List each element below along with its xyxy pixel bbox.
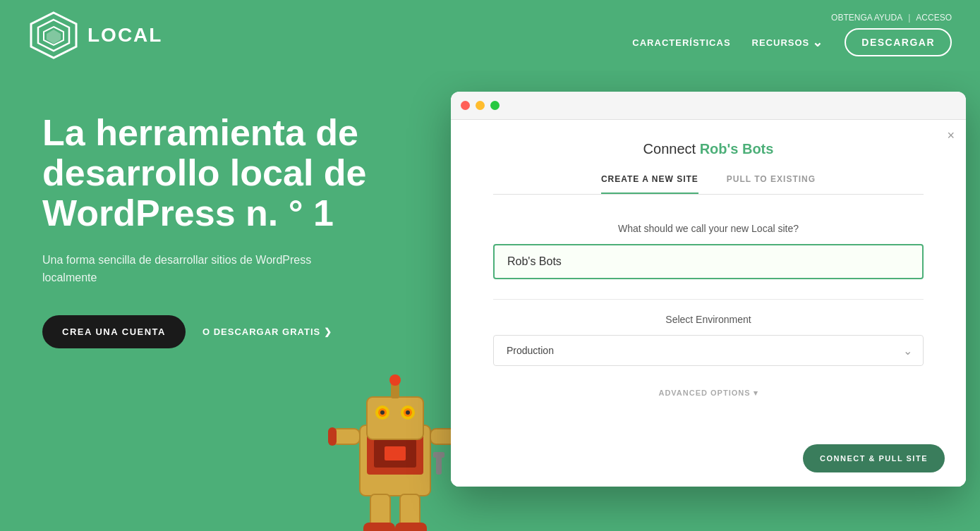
env-select[interactable]: Production Staging Development — [493, 335, 924, 366]
modal-close-button[interactable]: × — [947, 128, 955, 143]
modal-tabs: CREATE A NEW SITE PULL TO EXISTING — [493, 174, 924, 195]
nav-main-links: CARACTERÍSTICAS RECURSOS ⌄ DESCARGAR — [632, 28, 952, 56]
svg-point-16 — [389, 374, 401, 386]
nav-top-links: OBTENGA AYUDA | ACCESO — [831, 13, 952, 23]
site-name-group: What should we call your new Local site? — [493, 223, 924, 279]
env-group: Select Environment Production Staging De… — [493, 314, 924, 366]
navigation: LOCAL OBTENGA AYUDA | ACCESO CARACTERÍST… — [0, 0, 980, 71]
separator: | — [908, 13, 910, 23]
connect-pull-button[interactable]: CONNECT & PULL SITE — [803, 444, 945, 472]
chevron-down-icon: ▾ — [754, 389, 758, 398]
hero-title: La herramienta de desarrollo local de Wo… — [42, 113, 395, 234]
nav-download-button[interactable]: DESCARGAR — [845, 28, 952, 56]
svg-rect-19 — [328, 427, 337, 446]
robot-svg — [325, 362, 466, 531]
modal-title-site: Rob's Bots — [700, 141, 774, 157]
modal-dialog: × Connect Rob's Bots CREATE A NEW SITE P… — [451, 92, 966, 487]
modal-title-prefix: Connect — [643, 141, 700, 157]
tab-create-new-site[interactable]: CREATE A NEW SITE — [601, 174, 698, 194]
form-divider — [493, 299, 924, 300]
svg-rect-23 — [363, 523, 395, 531]
advanced-options: ADVANCED OPTIONS ▾ — [493, 386, 924, 398]
svg-point-14 — [406, 410, 410, 415]
svg-rect-24 — [395, 523, 427, 531]
traffic-light-green[interactable] — [490, 101, 500, 110]
help-link[interactable]: OBTENGA AYUDA — [831, 13, 902, 23]
traffic-light-yellow[interactable] — [476, 101, 485, 110]
logo-text: LOCAL — [87, 24, 162, 47]
svg-marker-3 — [47, 30, 61, 44]
site-name-input[interactable] — [493, 244, 924, 279]
svg-rect-26 — [433, 452, 444, 458]
traffic-light-red[interactable] — [461, 101, 470, 110]
modal-footer: CONNECT & PULL SITE — [782, 430, 966, 487]
chevron-down-icon: ⌄ — [812, 35, 823, 50]
tab-pull-to-existing[interactable]: PULL TO EXISTING — [727, 174, 816, 194]
access-link[interactable]: ACCESO — [916, 13, 952, 23]
robot-illustration — [325, 362, 466, 531]
svg-rect-8 — [367, 397, 423, 439]
nav-features[interactable]: CARACTERÍSTICAS — [632, 37, 730, 48]
window-chrome — [451, 92, 966, 120]
env-select-wrapper: Production Staging Development ⌄ — [493, 335, 924, 366]
page-wrapper: LOCAL OBTENGA AYUDA | ACCESO CARACTERÍST… — [0, 0, 980, 531]
cta-secondary-button[interactable]: O DESCARGAR GRATIS ❯ — [202, 326, 332, 337]
env-label: Select Environment — [493, 314, 924, 325]
modal-title: Connect Rob's Bots — [493, 141, 924, 157]
advanced-options-label: ADVANCED OPTIONS — [658, 389, 750, 397]
logo[interactable]: LOCAL — [28, 10, 162, 61]
nav-resources[interactable]: RECURSOS ⌄ — [752, 35, 824, 50]
svg-point-13 — [380, 410, 385, 415]
hero-subtitle: Una forma sencilla de desarrollar sitios… — [42, 251, 339, 287]
site-name-label: What should we call your new Local site? — [493, 223, 924, 234]
advanced-options-button[interactable]: ADVANCED OPTIONS ▾ — [658, 389, 758, 398]
logo-icon — [28, 10, 79, 61]
cta-primary-button[interactable]: CREA UNA CUENTA — [42, 315, 186, 348]
svg-rect-7 — [385, 446, 406, 460]
